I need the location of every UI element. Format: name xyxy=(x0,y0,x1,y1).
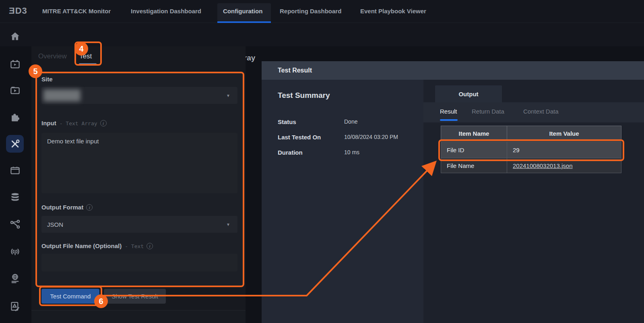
puzzle-icon xyxy=(10,112,21,122)
sidebar-item-home[interactable] xyxy=(6,27,24,45)
chevron-down-icon: ▼ xyxy=(226,93,230,98)
sidebar-item-broadcast[interactable] xyxy=(6,242,24,260)
sidebar-item-integrations[interactable] xyxy=(6,108,24,126)
input-textarea[interactable]: Demo text file input xyxy=(41,133,237,193)
table-row: File Name 20241008032013.json xyxy=(441,158,622,173)
output-file-name-type-hint: - Text xyxy=(125,243,144,249)
info-icon[interactable]: i xyxy=(86,204,93,211)
sidebar-item-connections[interactable] xyxy=(6,215,24,233)
subtab-context-data[interactable]: Context Data xyxy=(523,108,559,115)
subtab-result-underline xyxy=(440,119,458,121)
output-file-name-label: Output File Name (Optional)- Texti xyxy=(41,242,153,249)
file-id-value-cell: 29 xyxy=(507,141,621,158)
last-tested-on-value: 10/08/2024 03:20 PM xyxy=(344,134,398,140)
database-icon xyxy=(10,192,21,203)
annotation-badge-6: 6 xyxy=(94,294,108,308)
file-name-value-cell: 20241008032013.json xyxy=(507,158,621,173)
home-icon xyxy=(10,31,21,42)
sidebar-item-utility-tools[interactable] xyxy=(6,135,24,153)
app-window: ƎD3 MITRE ATT&CK Monitor Investigation D… xyxy=(0,0,644,323)
col-header-item-name: Item Name xyxy=(441,126,507,141)
annotation-badge-4: 4 xyxy=(74,42,88,56)
duration-value: 10 ms xyxy=(344,149,359,155)
show-test-result-button[interactable]: Show Test Result xyxy=(104,289,166,304)
chevron-down-icon: ▼ xyxy=(226,222,230,227)
tab-overview[interactable]: Overview xyxy=(38,52,67,60)
broadcast-icon xyxy=(10,246,21,257)
subtab-return-data[interactable]: Return Data xyxy=(472,108,504,115)
nav-configuration[interactable]: Configuration xyxy=(223,8,262,14)
tools-icon xyxy=(10,139,21,149)
file-id-name-cell: File ID xyxy=(441,141,507,158)
test-summary-section xyxy=(262,80,423,323)
table-header-row: Item Name Item Value xyxy=(441,126,622,141)
table-row: File ID 29 xyxy=(441,141,622,158)
sidebar-item-dashboard-board[interactable] xyxy=(6,162,24,179)
output-format-value: JSON xyxy=(47,221,63,228)
playbook-monitor-icon xyxy=(10,59,21,70)
last-tested-on-label: Last Tested On xyxy=(278,134,321,141)
board-icon xyxy=(10,165,21,176)
test-summary-title: Test Summary xyxy=(278,91,330,100)
sidebar-item-playbook-monitor[interactable] xyxy=(6,56,24,73)
output-format-label: Output Formati xyxy=(41,204,93,211)
output-format-select[interactable]: JSON ▼ xyxy=(41,216,237,233)
sidebar-item-database[interactable] xyxy=(6,188,24,206)
nav-event-playbook-viewer[interactable]: Event Playbook Viewer xyxy=(360,8,426,14)
d3-logo: ƎD3 xyxy=(9,6,27,16)
test-command-button[interactable]: Test Command xyxy=(41,289,99,304)
nav-mitre-attck-monitor[interactable]: MITRE ATT&CK Monitor xyxy=(42,8,111,14)
duration-label: Duration xyxy=(278,149,303,156)
top-navbar: ƎD3 MITRE ATT&CK Monitor Investigation D… xyxy=(0,0,644,23)
annotation-badge-5: 5 xyxy=(29,64,42,78)
nav-investigation-dashboard[interactable]: Investigation Dashboard xyxy=(131,8,201,14)
status-value: Done xyxy=(344,118,357,125)
input-label-text: Input xyxy=(41,120,56,126)
input-label: Input- Text Arrayi xyxy=(41,120,107,126)
left-panel-bottom-section xyxy=(31,311,246,323)
info-icon[interactable]: i xyxy=(147,243,153,249)
report-icon xyxy=(10,301,21,312)
output-format-label-text: Output Format xyxy=(41,204,83,211)
site-label: Site xyxy=(41,76,53,83)
tab-output[interactable]: Output xyxy=(435,85,502,102)
globe-icon xyxy=(10,273,21,284)
breadcrumb: Utility Commands › Create a File from in… xyxy=(0,23,644,46)
result-table: Item Name Item Value File ID 29 File Nam… xyxy=(441,126,622,173)
status-label: Status xyxy=(278,118,296,125)
output-file-name-input[interactable] xyxy=(41,254,237,271)
output-file-name-label-text: Output File Name (Optional) xyxy=(41,242,122,249)
input-type-hint: - Text Array xyxy=(60,120,97,126)
file-name-name-cell: File Name xyxy=(441,158,507,173)
sidebar-item-web-globe[interactable] xyxy=(6,269,24,287)
info-icon[interactable]: i xyxy=(100,120,107,126)
site-select[interactable]: ▼ xyxy=(41,87,237,104)
nav-reporting-dashboard[interactable]: Reporting Dashboard xyxy=(280,8,341,14)
subtab-result[interactable]: Result xyxy=(440,108,457,115)
sidebar-item-incident-report[interactable] xyxy=(6,297,24,315)
video-library-icon xyxy=(10,85,21,96)
test-result-title: Test Result xyxy=(278,67,312,74)
tab-test-underline xyxy=(79,63,97,65)
sidebar-item-video-library[interactable] xyxy=(6,81,24,99)
site-value-redacted xyxy=(43,89,80,101)
col-header-item-value: Item Value xyxy=(507,126,621,141)
share-graph-icon xyxy=(10,219,21,230)
test-result-header: Test Result xyxy=(262,61,644,80)
file-name-link[interactable]: 20241008032013.json xyxy=(513,162,572,169)
